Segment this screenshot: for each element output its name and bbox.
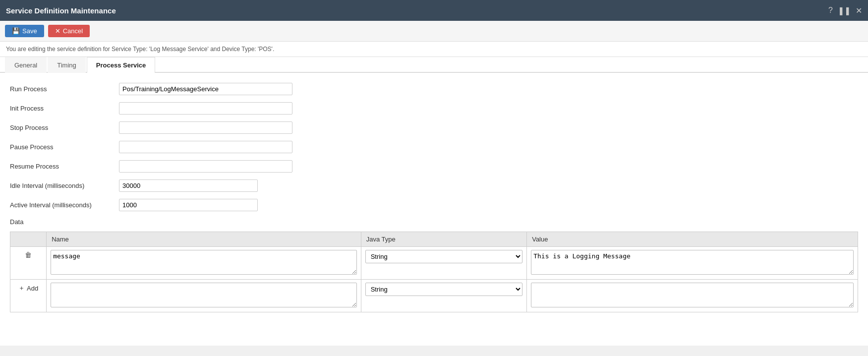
title-bar-title: Service Definition Maintenance <box>6 6 116 15</box>
row1-action-cell: 🗑 <box>10 247 47 280</box>
idle-interval-input[interactable] <box>119 179 258 192</box>
close-icon[interactable]: ✕ <box>856 6 862 15</box>
title-bar-controls: ? ❚❚ ✕ <box>828 6 862 15</box>
idle-interval-label: Idle Interval (milliseconds) <box>10 182 119 189</box>
save-label: Save <box>22 27 37 35</box>
init-process-input[interactable] <box>119 102 292 115</box>
tab-timing[interactable]: Timing <box>48 57 86 73</box>
add-row-name-input[interactable] <box>51 283 357 307</box>
resume-process-row: Resume Process <box>10 160 858 173</box>
row1-javatype-cell: String Integer Boolean Double Long <box>361 247 526 280</box>
table-row: 🗑 message String Integer Boolean Double … <box>10 247 858 280</box>
pause-process-label: Pause Process <box>10 143 119 151</box>
title-bar: Service Definition Maintenance ? ❚❚ ✕ <box>0 0 868 21</box>
add-label: Add <box>27 285 38 292</box>
delete-row1-button[interactable]: 🗑 <box>22 250 35 260</box>
add-row: ＋ Add String Integer Boolean Double Long <box>10 280 858 312</box>
col-header-value: Value <box>527 232 858 247</box>
info-message: You are editing the service definition f… <box>6 46 274 53</box>
init-process-label: Init Process <box>10 105 119 112</box>
info-bar: You are editing the service definition f… <box>0 42 868 57</box>
save-icon: 💾 <box>12 27 20 35</box>
stop-process-input[interactable] <box>119 121 292 134</box>
tab-process-service[interactable]: Process Service <box>87 57 155 73</box>
add-row-javatype-cell: String Integer Boolean Double Long <box>361 280 526 312</box>
row1-javatype-select[interactable]: String Integer Boolean Double Long <box>365 250 522 263</box>
row1-name-cell: message <box>47 247 361 280</box>
col-header-javatype: Java Type <box>361 232 526 247</box>
main-content: Run Process Init Process Stop Process Pa… <box>0 73 868 346</box>
stop-process-label: Stop Process <box>10 124 119 131</box>
pause-process-row: Pause Process <box>10 141 858 153</box>
toolbar: 💾 Save ✕ Cancel <box>0 21 868 42</box>
idle-interval-row: Idle Interval (milliseconds) <box>10 179 858 192</box>
help-icon[interactable]: ? <box>828 6 833 15</box>
pause-process-input[interactable] <box>119 141 292 153</box>
row1-value-input[interactable]: This is a Logging Message <box>531 250 854 275</box>
add-row-javatype-select[interactable]: String Integer Boolean Double Long <box>365 283 522 296</box>
resume-process-input[interactable] <box>119 160 292 173</box>
row1-name-input[interactable]: message <box>51 250 357 275</box>
run-process-row: Run Process <box>10 83 858 95</box>
active-interval-input[interactable] <box>119 199 258 211</box>
add-row-button[interactable]: ＋ Add <box>14 283 42 294</box>
init-process-row: Init Process <box>10 102 858 115</box>
minimize-icon[interactable]: ❚❚ <box>838 6 851 15</box>
save-button[interactable]: 💾 Save <box>5 25 44 37</box>
trash-icon: 🗑 <box>25 251 32 259</box>
active-interval-label: Active Interval (milliseconds) <box>10 201 119 209</box>
add-icon: ＋ <box>18 284 25 293</box>
col-header-name: Name <box>47 232 361 247</box>
stop-process-row: Stop Process <box>10 121 858 134</box>
data-section-label: Data <box>10 218 858 226</box>
cancel-button[interactable]: ✕ Cancel <box>48 25 90 37</box>
add-row-value-input[interactable] <box>531 283 854 307</box>
cancel-icon: ✕ <box>55 27 60 35</box>
tab-general[interactable]: General <box>5 57 47 73</box>
add-row-name-cell <box>47 280 361 312</box>
active-interval-row: Active Interval (milliseconds) <box>10 199 858 211</box>
run-process-input[interactable] <box>119 83 292 95</box>
row1-value-cell: This is a Logging Message <box>527 247 858 280</box>
add-row-action-cell: ＋ Add <box>10 280 47 312</box>
cancel-label: Cancel <box>63 27 83 35</box>
data-table: Name Java Type Value 🗑 message String <box>10 232 858 312</box>
resume-process-label: Resume Process <box>10 163 119 170</box>
col-header-action <box>10 232 47 247</box>
tabs-container: General Timing Process Service <box>0 57 868 73</box>
add-row-value-cell <box>527 280 858 312</box>
run-process-label: Run Process <box>10 85 119 93</box>
